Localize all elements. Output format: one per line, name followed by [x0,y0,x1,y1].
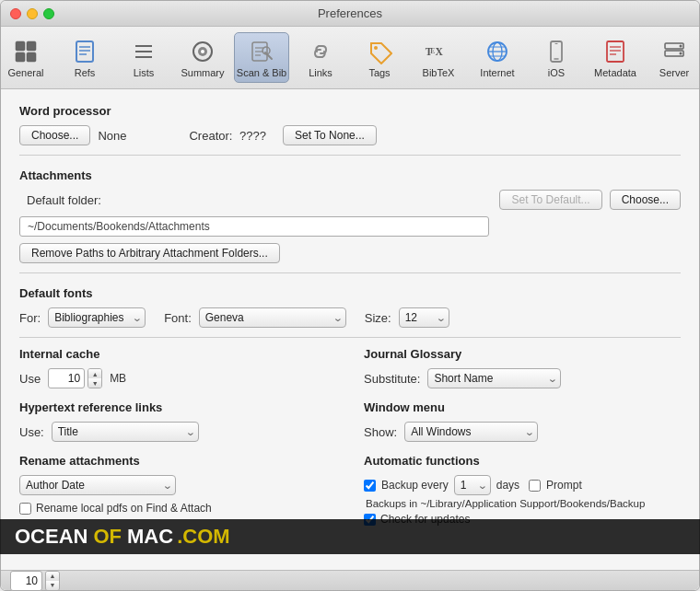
tab-internet[interactable]: Internet [470,33,525,82]
bottom-increment-button[interactable]: ▲ [46,572,59,581]
window-menu-col: Window menu Show: All Windows Current Wi… [364,400,681,448]
backup-days-select-wrapper: 1 2 3 7 [454,475,491,495]
prompt-label: Prompt [546,479,582,492]
internal-cache-title: Internal cache [19,347,336,361]
mb-label: MB [110,372,126,385]
two-col-1: Internal cache Use ▲ ▼ MB Journal Glossa… [19,347,681,395]
close-button[interactable] [10,8,21,19]
rename-format-select[interactable]: Author Date Title Custom [19,475,176,495]
size-select[interactable]: 10 11 12 14 18 [399,307,449,328]
show-label: Show: [364,425,397,439]
rename-attachments-title: Rename attachments [19,454,336,468]
substitute-label: Substitute: [364,372,420,386]
show-select[interactable]: All Windows Current Window None [404,422,538,442]
hypertext-select[interactable]: Title Author Date DOI [52,422,199,442]
tab-metadata[interactable]: Metadata [588,33,643,82]
main-content: Word processor Choose... None Creator: ?… [1,89,699,570]
default-fonts-section-title: Default fonts [19,286,681,300]
summary-label: Summary [181,67,224,78]
cache-increment-button[interactable]: ▲ [88,369,101,378]
word-processor-section-title: Word processor [19,104,681,118]
show-select-wrapper: All Windows Current Window None [404,422,538,442]
tab-bibtex[interactable]: T E X BibTeX [411,33,466,82]
use-label: Use [19,372,41,386]
set-to-none-button[interactable]: Set To None... [283,125,377,145]
maximize-button[interactable] [43,8,54,19]
tab-tags[interactable]: Tags [352,33,407,82]
window-title: Preferences [318,6,382,20]
substitute-select-wrapper: Short Name Full Name Abbreviation [427,368,561,388]
rename-local-row: Rename local pdfs on Find & Attach [19,502,336,515]
default-fonts-row: For: Bibliographies Body Title Abstract … [19,307,681,328]
choose-word-processor-button[interactable]: Choose... [19,125,90,145]
tab-lists[interactable]: Lists [116,33,171,82]
bottom-value-input[interactable] [10,571,42,591]
creator-label: Creator: ???? [189,129,266,143]
lists-icon [129,37,158,66]
links-label: Links [309,67,332,78]
minimize-button[interactable] [27,8,38,19]
watermark-com: .COM [177,525,229,549]
tab-ios[interactable]: iOS [529,33,584,82]
cache-spinner-buttons: ▲ ▼ [88,368,102,388]
general-label: General [7,67,43,78]
internal-cache-col: Internal cache Use ▲ ▼ MB [19,347,336,395]
hypertext-title: Hypertext reference links [19,400,336,414]
font-select-wrapper: Geneva Helvetica Times Arial [199,307,346,328]
links-icon [306,37,335,66]
for-select[interactable]: Bibliographies Body Title Abstract [48,307,146,328]
internal-cache-row: Use ▲ ▼ MB [19,368,336,388]
metadata-icon [601,37,630,66]
internet-label: Internet [480,67,514,78]
substitute-select[interactable]: Short Name Full Name Abbreviation [427,368,561,388]
bottom-spinner: ▲ ▼ [10,571,60,591]
remove-paths-button[interactable]: Remove Paths to Arbitrary Attachment Fol… [19,243,280,263]
server-label: Server [659,67,689,78]
hypertext-row: Use: Title Author Date DOI [19,422,336,442]
tab-server[interactable]: Server [647,33,700,82]
attachment-path-input[interactable] [19,216,489,237]
days-label: days [496,479,519,492]
internet-icon [483,37,512,66]
font-select[interactable]: Geneva Helvetica Times Arial [199,307,346,328]
prompt-checkbox[interactable] [529,480,541,492]
two-col-2: Hypertext reference links Use: Title Aut… [19,400,681,448]
rename-format-row: Author Date Title Custom [19,475,336,495]
rename-local-label: Rename local pdfs on Find & Attach [36,502,212,515]
refs-label: Refs [75,67,96,78]
journal-glossary-title: Journal Glossary [364,347,681,361]
metadata-label: Metadata [594,67,636,78]
cache-decrement-button[interactable]: ▼ [88,378,101,388]
tab-general[interactable]: General [0,33,53,82]
tags-label: Tags [368,67,390,78]
bottom-bar: ▲ ▼ [1,570,699,590]
bottom-decrement-button[interactable]: ▼ [46,581,59,590]
size-select-wrapper: 10 11 12 14 18 [399,307,449,328]
choose-attachment-button[interactable]: Choose... [610,190,681,210]
journal-glossary-row: Substitute: Short Name Full Name Abbrevi… [364,368,681,388]
svg-rect-3 [27,52,36,62]
summary-icon [188,37,217,66]
bibtex-icon: T E X [424,37,453,66]
backup-checkbox[interactable] [364,480,376,492]
rename-local-checkbox[interactable] [19,503,31,515]
svg-text:X: X [435,46,443,57]
hypertext-use-label: Use: [19,425,44,439]
tab-links[interactable]: Links [293,33,348,82]
ios-icon [542,37,571,66]
journal-glossary-col: Journal Glossary Substitute: Short Name … [364,347,681,395]
cache-value-input[interactable] [48,368,85,388]
rename-format-select-wrapper: Author Date Title Custom [19,475,176,495]
svg-rect-32 [607,41,624,62]
tab-scan-bib[interactable]: Scan & Bib [234,32,289,83]
size-label: Size: [365,311,391,325]
svg-point-38 [680,45,682,48]
tab-refs[interactable]: Refs [57,33,112,82]
tab-summary[interactable]: Summary [175,33,230,82]
hypertext-col: Hypertext reference links Use: Title Aut… [19,400,336,448]
backup-days-select[interactable]: 1 2 3 7 [454,475,491,495]
for-label: For: [19,311,41,325]
set-to-default-button[interactable]: Set To Default... [499,190,601,210]
word-processor-none: None [98,129,126,143]
svg-rect-2 [16,52,25,62]
